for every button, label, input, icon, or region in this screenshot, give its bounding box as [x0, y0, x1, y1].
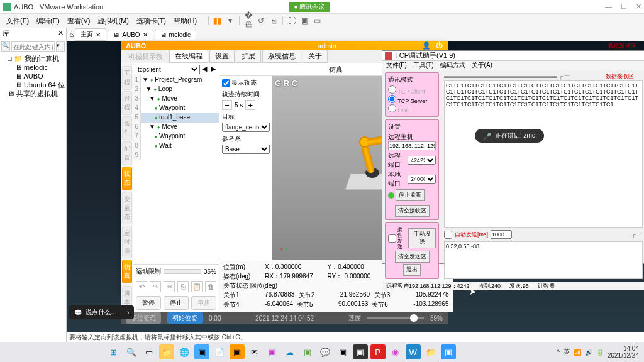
- lbtn-project[interactable]: 工程: [122, 66, 132, 90]
- tcp-menu-file[interactable]: 文件(F): [386, 61, 407, 70]
- remote-host-input[interactable]: [388, 141, 436, 150]
- tb-terminal-icon[interactable]: ▣: [353, 344, 368, 359]
- init-pose-button[interactable]: 初始位姿: [167, 312, 203, 324]
- pause-button[interactable]: 暂停: [136, 296, 161, 310]
- auto-send-interval[interactable]: [491, 230, 512, 239]
- tray-battery-icon[interactable]: 🔋: [596, 349, 604, 356]
- tb-app12-icon[interactable]: 📁: [423, 344, 438, 359]
- search-icon[interactable]: 🔍: [1, 41, 10, 52]
- aubo-tab-ext[interactable]: 扩展: [236, 50, 261, 63]
- tray-volume-icon[interactable]: 🔊: [585, 349, 592, 356]
- menu-tab[interactable]: 选项卡(T): [134, 15, 169, 27]
- paste-icon[interactable]: 📋: [191, 281, 203, 292]
- tree-melodic[interactable]: 🖥 melodic: [1, 63, 65, 72]
- pause-icon[interactable]: ▮▮: [213, 16, 223, 26]
- lbtn-timer[interactable]: 定时器: [122, 226, 132, 258]
- tb-app3-icon[interactable]: ▣: [230, 344, 245, 359]
- ref-select[interactable]: Base: [222, 145, 270, 154]
- menu-help[interactable]: 帮助(H): [171, 15, 199, 27]
- tray-time[interactable]: 14:04: [608, 345, 639, 352]
- soft-send-checkbox[interactable]: [388, 234, 396, 243]
- tb-app2-icon[interactable]: 📄: [212, 344, 227, 359]
- show-track-checkbox[interactable]: [222, 79, 230, 87]
- clear-send-button[interactable]: 清空发送区: [395, 251, 430, 263]
- time-plus-button[interactable]: +: [245, 100, 255, 110]
- user-icon[interactable]: 👤: [422, 41, 431, 50]
- close-panel-icon[interactable]: ✕: [58, 29, 64, 38]
- local-port-select[interactable]: 24000: [408, 175, 436, 184]
- menu-file[interactable]: 文件(F): [4, 15, 31, 27]
- console-icon[interactable]: ▭: [312, 16, 322, 26]
- menu-view[interactable]: 查看(V): [65, 15, 93, 27]
- next-icon[interactable]: ▶: [209, 65, 218, 74]
- tb-app11-icon[interactable]: ◉: [388, 344, 403, 359]
- revert-icon[interactable]: ↺: [256, 16, 266, 26]
- tree-shared[interactable]: 🖥 共享的虚拟机: [1, 89, 65, 98]
- tcp-select[interactable]: tcpclient: [135, 65, 200, 74]
- library-search[interactable]: [11, 41, 55, 52]
- aubo-tab-about[interactable]: 关于: [303, 50, 328, 63]
- mode-server-radio[interactable]: [388, 95, 396, 103]
- lbtn-cond[interactable]: 条件: [122, 116, 132, 140]
- menu-edit[interactable]: 编辑(E): [34, 15, 62, 27]
- tb-taskview-icon[interactable]: ▭: [142, 344, 157, 359]
- time-minus-button[interactable]: −: [222, 100, 232, 110]
- aubo-tab-online[interactable]: 在线编程: [169, 50, 208, 63]
- tb-explorer-icon[interactable]: 📁: [159, 344, 174, 359]
- lbtn-process[interactable]: 过程: [122, 91, 132, 115]
- close-icon[interactable]: ✕: [636, 3, 641, 11]
- clear-recv-button[interactable]: 清空接收区: [395, 205, 430, 217]
- tb-app7-icon[interactable]: ▣: [300, 344, 315, 359]
- menu-vm[interactable]: 虚拟机(M): [95, 15, 131, 27]
- cut-icon[interactable]: ✂: [164, 281, 175, 292]
- maximize-icon[interactable]: ☐: [621, 3, 627, 11]
- fullscreen-icon[interactable]: ⛶: [287, 16, 297, 26]
- lbtn-var[interactable]: 变量态: [122, 192, 132, 224]
- send-textarea[interactable]: 0.32,0.55,-88: [444, 241, 643, 279]
- tb-app5-icon[interactable]: ▣: [265, 344, 280, 359]
- undo-icon[interactable]: ↶: [136, 281, 147, 292]
- tab-melodic[interactable]: 🖥 melodic: [155, 30, 196, 40]
- tb-app10-icon[interactable]: P: [370, 344, 386, 359]
- aubo-tab-sysinfo[interactable]: 系统信息: [262, 50, 301, 63]
- snapshot-icon[interactable]: �母: [243, 16, 253, 26]
- tab-aubo[interactable]: 🖥 AUBO ✕: [108, 30, 153, 40]
- manage-icon[interactable]: ⎘: [269, 16, 279, 26]
- mode-udp-radio[interactable]: [388, 104, 396, 112]
- manual-send-button[interactable]: 手动发送: [408, 228, 436, 248]
- tb-app1-icon[interactable]: ▣: [194, 344, 209, 359]
- lbtn-status[interactable]: 状态: [122, 167, 132, 190]
- minimize-icon[interactable]: —: [605, 3, 612, 11]
- tb-edge-icon[interactable]: 🌐: [177, 344, 192, 359]
- tb-search-icon[interactable]: 🔍: [124, 344, 139, 359]
- tb-app8-icon[interactable]: 💬: [318, 344, 333, 359]
- tb-meeting-icon[interactable]: ▣: [441, 344, 456, 359]
- aubo-tab-teach[interactable]: 机械臂示教: [123, 51, 168, 63]
- tray-chevron-icon[interactable]: ^: [557, 349, 560, 356]
- motion-slider[interactable]: [164, 269, 201, 274]
- tree-root[interactable]: □ 📁 我的计算机: [1, 54, 65, 63]
- tcp-menu-encoding[interactable]: 编码方式: [440, 61, 465, 70]
- tray-lang[interactable]: 英: [564, 348, 570, 356]
- start-icon[interactable]: ⊞: [106, 344, 121, 359]
- tcp-menu-about[interactable]: 关于(A): [472, 61, 492, 70]
- delete-icon[interactable]: 🗑: [205, 281, 216, 292]
- exit-button[interactable]: 退出: [403, 264, 421, 276]
- power-icon[interactable]: ⏻: [436, 41, 443, 50]
- unity-icon[interactable]: ▣: [299, 16, 309, 26]
- tray-date[interactable]: 2021/12/24: [608, 352, 639, 359]
- tree-ubuntu[interactable]: 🖥 Ubuntu 64 位 16: [1, 80, 65, 89]
- lbtn-sim[interactable]: 仿真: [122, 260, 132, 283]
- tray-wifi-icon[interactable]: 📶: [574, 349, 581, 356]
- lbtn-config[interactable]: 配置: [122, 141, 132, 165]
- remote-port-select[interactable]: 42422: [408, 156, 436, 165]
- home-tab-icon[interactable]: ⌂: [69, 30, 74, 39]
- tb-app4-icon[interactable]: ✉: [247, 344, 262, 359]
- mode-client-radio[interactable]: [388, 85, 396, 94]
- stop-button[interactable]: 停止: [164, 296, 189, 310]
- meeting-badge[interactable]: ● 腾讯会议: [289, 2, 330, 12]
- chat-input-bubble[interactable]: 💬 说点什么… ›: [69, 305, 134, 319]
- program-tree[interactable]: 1▼ ● Project_Program 2 ▼ ● Loop 3 ▼ ● Mo…: [133, 75, 219, 264]
- target-select[interactable]: flange_center: [222, 123, 270, 132]
- copy-icon[interactable]: ⎘: [177, 281, 189, 292]
